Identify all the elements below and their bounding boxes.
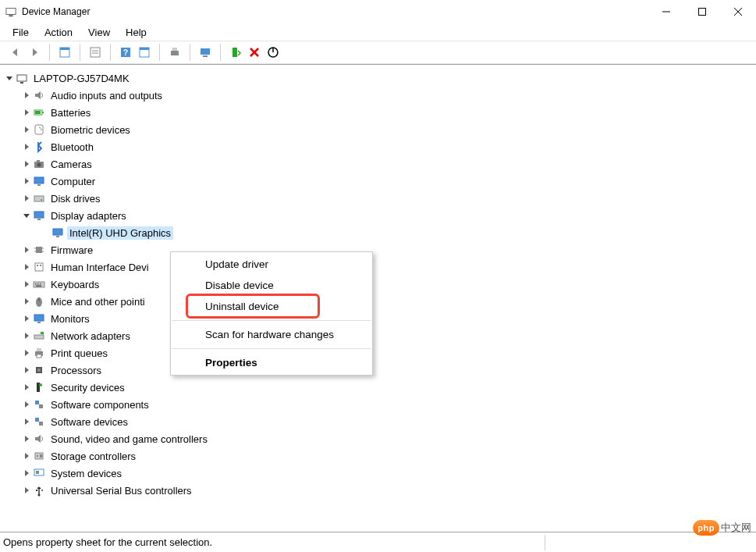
ctx-separator bbox=[172, 320, 371, 321]
category-label: Display adapters bbox=[48, 209, 129, 223]
tree-category[interactable]: Cameras bbox=[0, 155, 756, 173]
chevron-right-icon[interactable] bbox=[22, 176, 31, 186]
minimize-button[interactable] bbox=[648, 0, 684, 23]
back-button[interactable] bbox=[6, 43, 25, 62]
monitor-icon bbox=[51, 226, 64, 239]
security-icon bbox=[33, 381, 45, 394]
chevron-right-icon[interactable] bbox=[22, 314, 31, 323]
chevron-right-icon[interactable] bbox=[22, 451, 31, 461]
tree-category[interactable]: Disk drives bbox=[0, 190, 756, 207]
chevron-right-icon[interactable] bbox=[22, 262, 31, 272]
tree-category[interactable]: Storage controllers bbox=[0, 447, 756, 465]
ctx-disable-device[interactable]: Disable device bbox=[171, 275, 372, 296]
tree-category[interactable]: System devices bbox=[0, 465, 756, 482]
tree-category[interactable]: Processors bbox=[0, 361, 756, 379]
update-driver-button[interactable] bbox=[226, 43, 245, 62]
category-label: Biometric devices bbox=[48, 123, 133, 137]
chevron-right-icon[interactable] bbox=[22, 297, 31, 306]
tree-category[interactable]: Security devices bbox=[0, 379, 756, 396]
category-label: Software devices bbox=[48, 415, 130, 429]
tree-category[interactable]: Network adapters bbox=[0, 327, 756, 344]
chevron-right-icon[interactable] bbox=[22, 159, 31, 169]
tree-category[interactable]: Biometric devices bbox=[0, 121, 756, 138]
svg-rect-33 bbox=[34, 177, 44, 183]
chevron-right-icon[interactable] bbox=[22, 245, 31, 255]
device-tree[interactable]: LAPTOP-GJ57D4MK Audio inputs and outputs… bbox=[0, 64, 756, 532]
close-button[interactable] bbox=[720, 0, 756, 23]
category-label: Print queues bbox=[48, 347, 110, 360]
tree-category[interactable]: Human Interface Devi bbox=[0, 258, 756, 276]
chevron-right-icon[interactable] bbox=[22, 108, 31, 117]
tree-category[interactable]: Universal Serial Bus controllers bbox=[0, 482, 756, 499]
chevron-down-icon[interactable] bbox=[22, 211, 31, 220]
category-label: Firmware bbox=[48, 244, 95, 257]
tree-device[interactable]: Intel(R) UHD Graphics bbox=[0, 224, 756, 241]
chevron-right-icon[interactable] bbox=[22, 468, 31, 478]
tree-category[interactable]: Software devices bbox=[0, 413, 756, 430]
chevron-down-icon[interactable] bbox=[5, 73, 14, 83]
properties-button[interactable] bbox=[86, 43, 105, 62]
category-label: Batteries bbox=[48, 106, 93, 119]
tree-category[interactable]: Audio inputs and outputs bbox=[0, 87, 756, 104]
chevron-right-icon[interactable] bbox=[22, 142, 31, 151]
show-hide-tree-button[interactable] bbox=[55, 43, 74, 62]
scan-hardware-button[interactable] bbox=[196, 43, 215, 62]
chevron-right-icon[interactable] bbox=[22, 348, 31, 358]
svg-rect-1 bbox=[9, 15, 12, 16]
maximize-button[interactable] bbox=[684, 0, 720, 23]
ctx-scan-hardware[interactable]: Scan for hardware changes bbox=[171, 324, 372, 345]
action-button[interactable] bbox=[135, 43, 154, 62]
menu-file[interactable]: File bbox=[5, 25, 37, 40]
category-label: Keyboards bbox=[48, 278, 101, 291]
svg-rect-38 bbox=[34, 212, 44, 218]
computer-icon bbox=[16, 72, 28, 84]
chevron-right-icon[interactable] bbox=[22, 331, 31, 340]
menu-help[interactable]: Help bbox=[118, 25, 154, 40]
svg-rect-44 bbox=[36, 247, 42, 253]
chevron-right-icon[interactable] bbox=[22, 365, 31, 375]
tree-category[interactable]: Computer bbox=[0, 173, 756, 190]
tree-category[interactable]: Software components bbox=[0, 396, 756, 413]
chevron-right-icon[interactable] bbox=[22, 280, 31, 289]
forward-button[interactable] bbox=[25, 43, 44, 62]
help-button[interactable]: ? bbox=[116, 43, 135, 62]
tree-category[interactable]: Monitors bbox=[0, 310, 756, 327]
window-title: Device Manager bbox=[22, 6, 90, 17]
menu-view[interactable]: View bbox=[80, 25, 118, 40]
printer-icon bbox=[33, 347, 45, 359]
chevron-right-icon[interactable] bbox=[22, 434, 31, 443]
chevron-right-icon[interactable] bbox=[22, 383, 31, 392]
print-button[interactable] bbox=[165, 43, 184, 62]
speaker-icon bbox=[33, 89, 45, 101]
chevron-right-icon[interactable] bbox=[22, 400, 31, 409]
chevron-right-icon[interactable] bbox=[22, 91, 31, 100]
chevron-right-icon[interactable] bbox=[22, 194, 31, 203]
tree-category[interactable]: Keyboards bbox=[0, 276, 756, 293]
tree-category[interactable]: Bluetooth bbox=[0, 138, 756, 155]
disable-button[interactable] bbox=[264, 43, 282, 62]
tree-category[interactable]: Batteries bbox=[0, 104, 756, 121]
tree-category[interactable]: Sound, video and game controllers bbox=[0, 430, 756, 447]
chevron-right-icon[interactable] bbox=[22, 486, 31, 495]
ctx-properties[interactable]: Properties bbox=[171, 352, 372, 373]
ctx-uninstall-device[interactable]: Uninstall device bbox=[171, 296, 372, 317]
svg-rect-41 bbox=[53, 229, 62, 235]
device-label: Intel(R) UHD Graphics bbox=[67, 226, 173, 240]
tree-category[interactable]: Firmware bbox=[0, 241, 756, 258]
tree-category[interactable]: Display adapters bbox=[0, 207, 756, 224]
tree-category[interactable]: Mice and other pointi bbox=[0, 293, 756, 310]
menu-action[interactable]: Action bbox=[37, 25, 80, 40]
root-label: LAPTOP-GJ57D4MK bbox=[31, 72, 132, 85]
keyboard-icon bbox=[33, 278, 45, 290]
tree-root[interactable]: LAPTOP-GJ57D4MK bbox=[0, 69, 756, 87]
uninstall-button[interactable] bbox=[245, 43, 264, 62]
ctx-update-driver[interactable]: Update driver bbox=[171, 254, 372, 275]
chevron-right-icon[interactable] bbox=[22, 125, 31, 134]
chevron-right-icon[interactable] bbox=[22, 417, 31, 426]
svg-rect-36 bbox=[34, 196, 44, 201]
svg-rect-25 bbox=[20, 82, 23, 84]
tree-category[interactable]: Print queues bbox=[0, 344, 756, 361]
spacer bbox=[41, 228, 50, 237]
svg-rect-61 bbox=[37, 322, 41, 323]
hid-icon bbox=[33, 261, 45, 273]
